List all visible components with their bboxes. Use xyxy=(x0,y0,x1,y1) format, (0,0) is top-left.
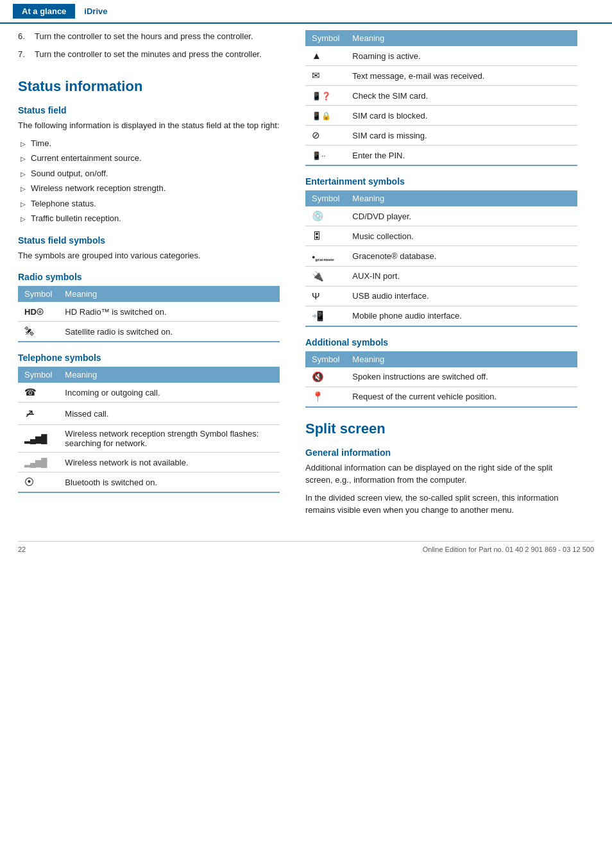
list-item: Telephone status. xyxy=(21,197,280,210)
col-symbol-header: Symbol xyxy=(18,286,58,302)
symbol-cell: ↗̶ xyxy=(18,403,58,425)
status-field-body: The following information is displayed i… xyxy=(18,119,280,132)
mute-instructions-icon: 🔇 xyxy=(312,371,324,383)
table-row: 🔌 AUX-IN port. xyxy=(305,266,577,286)
music-collection-icon: 🎛 xyxy=(312,230,321,241)
main-content: 6. Turn the controller to set the hours … xyxy=(0,24,612,535)
list-item-num: 6. xyxy=(18,30,30,43)
col-meaning-header: Meaning xyxy=(346,190,577,206)
status-information-title: Status information xyxy=(18,78,280,95)
additional-symbols-section: Additional symbols Symbol Meaning 🔇 Spok… xyxy=(305,337,577,408)
intro-list: 6. Turn the controller to set the hours … xyxy=(18,30,280,60)
general-info-heading: General information xyxy=(305,447,577,458)
meaning-cell: Request of the current vehicle position. xyxy=(346,387,577,407)
table-row: ▂▄▆█ Wireless network reception strength… xyxy=(18,425,280,453)
meaning-cell: Check the SIM card. xyxy=(346,86,577,106)
symbol-cell: ●gracenote xyxy=(305,246,346,267)
meaning-cell: Music collection. xyxy=(346,226,577,246)
split-screen-para1: Additional information can be displayed … xyxy=(305,462,577,487)
page-number: 22 xyxy=(18,546,26,553)
page-footer: 22 Online Edition for Part no. 01 40 2 9… xyxy=(18,541,594,553)
tab-idrive[interactable]: iDrive xyxy=(75,4,116,19)
table-row: 🛰 Satellite radio is switched on. xyxy=(18,322,280,342)
meaning-cell: Satellite radio is switched on. xyxy=(58,322,280,342)
table-row: ↗̶ Missed call. xyxy=(18,403,280,425)
cd-dvd-icon: 💿 xyxy=(312,210,324,222)
list-item-text: Turn the controller to set the hours and… xyxy=(35,30,253,43)
table-row: ⦿ Bluetooth is switched on. xyxy=(18,472,280,493)
col-symbol-header: Symbol xyxy=(305,351,346,367)
symbol-cell: 🔌 xyxy=(305,266,346,286)
message-icon: ✉ xyxy=(312,70,320,81)
col-symbol-header: Symbol xyxy=(18,367,58,383)
table-row: 📱❓ Check the SIM card. xyxy=(305,86,577,106)
table-row: 📱·· Enter the PIN. xyxy=(305,146,577,166)
list-item: 7. Turn the controller to set the minute… xyxy=(18,48,280,61)
meaning-cell: SIM card is missing. xyxy=(346,126,577,146)
roaming-icon: ▲ xyxy=(312,50,321,61)
tab-at-a-glance[interactable]: At a glance xyxy=(13,4,75,19)
symbol-cell: ⊘ xyxy=(305,126,346,146)
meaning-cell: Bluetooth is switched on. xyxy=(58,472,280,493)
pin-icon: 📱·· xyxy=(312,151,326,160)
meaning-cell: Roaming is active. xyxy=(346,46,577,66)
meaning-cell: Missed call. xyxy=(58,403,280,425)
table-row: ▲ Roaming is active. xyxy=(305,46,577,66)
radio-symbols-section: Radio symbols Symbol Meaning HD⦾ HD Radi… xyxy=(18,272,280,342)
aux-in-icon: 🔌 xyxy=(312,271,324,282)
signal-bars-icon: ▂▄▆█ xyxy=(24,434,46,444)
symbol-cell: 📱❓ xyxy=(305,86,346,106)
bluetooth-icon: ⦿ xyxy=(24,476,34,487)
col-symbol-header: Symbol xyxy=(305,30,346,46)
gracenote-icon: ●gracenote xyxy=(312,254,334,260)
table-row: ●gracenote Gracenote® database. xyxy=(305,246,577,267)
meaning-cell: USB audio interface. xyxy=(346,286,577,306)
entertainment-symbols-table: Symbol Meaning 💿 CD/DVD player. 🎛 xyxy=(305,190,577,327)
table-row: 📲 Mobile phone audio interface. xyxy=(305,306,577,326)
edition-text: Online Edition for Part no. 01 40 2 901 … xyxy=(423,546,594,553)
left-column: 6. Turn the controller to set the hours … xyxy=(0,30,295,535)
table-row: 🎛 Music collection. xyxy=(305,226,577,246)
col-meaning-header: Meaning xyxy=(346,30,577,46)
list-item: Sound output, on/off. xyxy=(21,167,280,180)
telephone-symbols-section: Telephone symbols Symbol Meaning ☎ Incom… xyxy=(18,353,280,493)
list-item: Current entertainment source. xyxy=(21,152,280,165)
symbol-cell: ▂▄▆█ xyxy=(18,425,58,453)
radio-symbols-table: Symbol Meaning HD⦾ HD Radio™ is switched… xyxy=(18,286,280,342)
list-item: Traffic bulletin reception. xyxy=(21,212,280,225)
col-symbol-header: Symbol xyxy=(305,190,346,206)
vehicle-position-icon: 📍 xyxy=(312,391,324,403)
additional-symbols-heading: Additional symbols xyxy=(305,337,577,347)
no-signal-icon: ▂▄▆█ xyxy=(24,458,46,467)
mobile-symbols-table: Symbol Meaning ▲ Roaming is active. ✉ Te… xyxy=(305,30,577,166)
symbol-cell: ✉ xyxy=(305,66,346,86)
meaning-cell: SIM card is blocked. xyxy=(346,106,577,126)
page-header: At a glance iDrive xyxy=(0,0,612,24)
meaning-cell: Mobile phone audio interface. xyxy=(346,306,577,326)
symbol-cell: 🛰 xyxy=(18,322,58,342)
right-column: Symbol Meaning ▲ Roaming is active. ✉ Te… xyxy=(295,30,590,535)
telephone-symbols-table: Symbol Meaning ☎ Incoming or outgoing ca… xyxy=(18,367,280,493)
symbol-cell: 🎛 xyxy=(305,226,346,246)
table-row: ☎ Incoming or outgoing call. xyxy=(18,383,280,403)
meaning-cell: HD Radio™ is switched on. xyxy=(58,302,280,322)
col-meaning-header: Meaning xyxy=(346,351,577,367)
additional-symbols-table: Symbol Meaning 🔇 Spoken instructions are… xyxy=(305,351,577,408)
meaning-cell: Wireless network is not available. xyxy=(58,453,280,472)
radio-symbols-heading: Radio symbols xyxy=(18,272,280,282)
table-row: 📍 Request of the current vehicle positio… xyxy=(305,387,577,407)
symbol-cell: ▲ xyxy=(305,46,346,66)
status-field-symbols-body: The symbols are grouped into various cat… xyxy=(18,249,280,262)
hd-radio-icon: HD⦾ xyxy=(24,307,43,317)
symbol-cell: 📲 xyxy=(305,306,346,326)
table-row: 🔇 Spoken instructions are switched off. xyxy=(305,367,577,387)
phone-call-icon: ☎ xyxy=(24,387,37,398)
usb-icon: Ψ xyxy=(312,290,320,301)
table-row: ✉ Text message, e-mail was received. xyxy=(305,66,577,86)
sim-missing-icon: ⊘ xyxy=(312,129,320,141)
mobile-audio-icon: 📲 xyxy=(312,310,324,322)
meaning-cell: Incoming or outgoing call. xyxy=(58,383,280,403)
symbol-cell: ▂▄▆█ xyxy=(18,453,58,472)
missed-call-icon: ↗̶ xyxy=(24,406,34,421)
table-row: ▂▄▆█ Wireless network is not available. xyxy=(18,453,280,472)
